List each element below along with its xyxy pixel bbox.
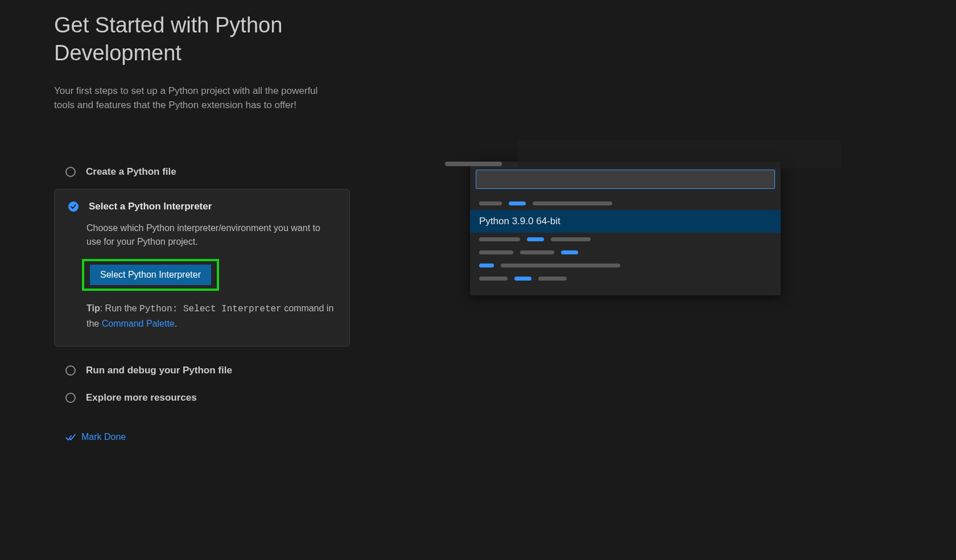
step-run-debug[interactable]: Run and debug your Python file: [54, 357, 444, 384]
radio-unchecked-icon: [65, 393, 76, 403]
placeholder-bar: [479, 237, 520, 241]
placeholder-bar: [527, 237, 544, 241]
command-palette-link[interactable]: Command Palette: [102, 319, 175, 328]
illustration-tab-placeholder: [445, 162, 502, 166]
illustration-dropdown-input: [476, 170, 775, 189]
illustration-tab-bar: [443, 146, 841, 168]
radio-unchecked-icon: [65, 167, 76, 177]
illustration-dropdown-row-selected: Python 3.9.0 64-bit: [470, 210, 781, 233]
tip-text: .: [175, 319, 177, 328]
step-select-interpreter-card: Select a Python Interpreter Choose which…: [54, 189, 350, 347]
mark-done-label: Mark Done: [81, 432, 126, 442]
placeholder-bar: [509, 201, 526, 205]
placeholder-bar: [561, 250, 578, 254]
step-select-interpreter[interactable]: Select a Python Interpreter: [68, 201, 336, 212]
step-description: Choose which Python interpreter/environm…: [86, 221, 325, 249]
radio-checked-icon: [68, 201, 79, 212]
radio-unchecked-icon: [65, 365, 76, 376]
illustration-selected-interpreter: Python 3.9.0 64-bit: [479, 216, 561, 227]
mark-done-button[interactable]: Mark Done: [65, 432, 444, 442]
placeholder-bar: [533, 201, 612, 205]
placeholder-bar: [551, 237, 591, 241]
illustration-dropdown-row: [476, 233, 775, 246]
step-label: Create a Python file: [86, 166, 176, 178]
illustration-dropdown-row: [476, 246, 775, 259]
illustration-dropdown-row: [476, 259, 775, 272]
placeholder-bar: [501, 263, 620, 267]
tip-text: : Run the: [100, 303, 139, 313]
step-label: Explore more resources: [86, 392, 197, 403]
placeholder-bar: [479, 277, 508, 281]
step-tip: Tip: Run the Python: Select Interpreter …: [86, 301, 336, 331]
step-label: Run and debug your Python file: [86, 365, 232, 376]
interpreter-picker-illustration: Python 3.9.0 64-bit: [470, 146, 834, 295]
check-all-icon: [65, 432, 76, 442]
step-create-python-file[interactable]: Create a Python file: [54, 158, 444, 186]
illustration-dropdown-row: [476, 197, 775, 210]
page-subtitle: Your first steps to set up a Python proj…: [54, 84, 339, 113]
placeholder-bar: [514, 277, 531, 281]
step-explore-resources[interactable]: Explore more resources: [54, 384, 444, 411]
select-python-interpreter-button[interactable]: Select Python Interpreter: [90, 265, 211, 285]
highlight-annotation: Select Python Interpreter: [82, 259, 219, 291]
page-title: Get Started with Python Development: [54, 11, 373, 68]
tip-code: Python: Select Interpreter: [139, 304, 282, 314]
placeholder-bar: [479, 250, 513, 254]
placeholder-bar: [520, 250, 554, 254]
walkthrough-steps: Create a Python file Select a Python Int…: [54, 158, 444, 442]
placeholder-bar: [479, 263, 494, 267]
step-label: Select a Python Interpreter: [89, 201, 212, 212]
tip-prefix: Tip: [86, 303, 100, 313]
illustration-tab-area: [518, 140, 841, 168]
illustration-dropdown-row: [476, 272, 775, 285]
placeholder-bar: [479, 201, 502, 205]
placeholder-bar: [538, 277, 567, 281]
illustration-dropdown: Python 3.9.0 64-bit: [470, 162, 781, 295]
